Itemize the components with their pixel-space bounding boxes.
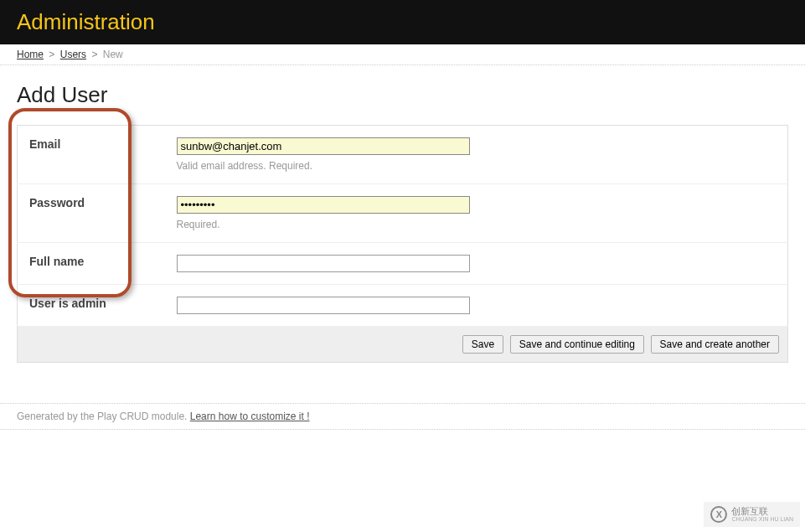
password-hint: Required. <box>177 219 780 230</box>
isadmin-row: User is admin <box>18 285 788 327</box>
email-label: Email <box>18 126 168 184</box>
content: Add User Email Valid email address. Requ… <box>0 65 805 380</box>
app-title: Administration <box>17 9 155 35</box>
email-input[interactable] <box>177 137 470 155</box>
fullname-label: Full name <box>18 243 168 285</box>
isadmin-input[interactable] <box>177 297 470 314</box>
breadcrumb-separator: > <box>49 49 54 60</box>
save-button[interactable]: Save <box>462 335 503 354</box>
watermark: X 创新互联 CHUANG XIN HU LIAN <box>704 502 800 527</box>
watermark-icon: X <box>710 506 727 523</box>
email-row: Email Valid email address. Required. <box>18 126 788 184</box>
header: Administration <box>0 0 805 44</box>
fullname-input[interactable] <box>177 255 470 272</box>
footer-link[interactable]: Learn how to customize it ! <box>190 411 310 422</box>
password-input[interactable] <box>177 196 470 214</box>
watermark-text: 创新互联 <box>731 507 793 516</box>
breadcrumb-home-link[interactable]: Home <box>17 49 44 60</box>
footer-text: Generated by the Play CRUD module. <box>17 411 190 422</box>
password-label: Password <box>18 184 168 243</box>
breadcrumb: Home > Users > New <box>0 44 805 65</box>
email-hint: Valid email address. Required. <box>177 160 780 172</box>
save-continue-button[interactable]: Save and continue editing <box>510 335 644 354</box>
password-row: Password Required. <box>18 184 788 243</box>
save-another-button[interactable]: Save and create another <box>651 335 779 354</box>
page-title: Add User <box>17 82 788 108</box>
form-table: Email Valid email address. Required. Pas… <box>17 125 788 363</box>
breadcrumb-separator: > <box>91 49 97 60</box>
watermark-subtext: CHUANG XIN HU LIAN <box>731 516 793 522</box>
breadcrumb-current: New <box>103 49 123 60</box>
isadmin-label: User is admin <box>18 285 168 327</box>
breadcrumb-users-link[interactable]: Users <box>60 49 86 60</box>
button-row: Save Save and continue editing Save and … <box>18 327 788 363</box>
fullname-row: Full name <box>18 243 788 285</box>
footer: Generated by the Play CRUD module. Learn… <box>0 403 805 430</box>
